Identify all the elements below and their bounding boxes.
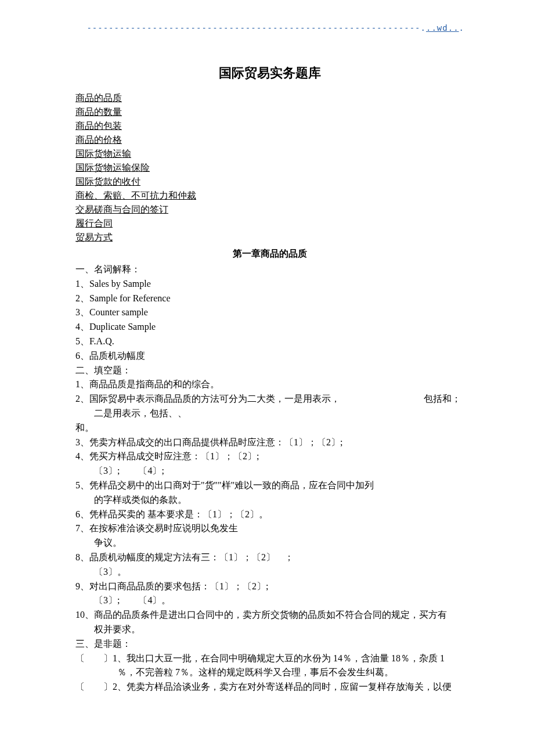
true-false-item: 〔 〕1、我出口大豆一批，在合同中明确规定大豆的水份为 14％，含油量 18％，… [75,651,464,666]
q2-part-b: 包括和； [424,394,461,404]
fill-blank-item: 4、凭买方样品成交时应注意：〔1〕；〔2〕; [75,449,464,464]
fill-blank-continuation: 争议。 [75,536,464,550]
toc-link[interactable]: 商品的包装 [75,119,122,133]
header-dots-end: . [459,23,464,33]
term-item: 3、Counter sample [75,305,464,320]
section-heading: 三、是非题： [75,637,464,651]
fill-blank-item: 5、凭样品交易中的出口商对于"货""样"难以一致的商品，应在合同中加列 [75,478,464,493]
fill-blank-item: 3、凭卖方样品成交的出口商品提供样品时应注意：〔1〕；〔2〕; [75,435,464,450]
toc-link[interactable]: 国际货款的收付 [75,175,140,189]
header-dashes: ----------------------------------------… [86,23,420,33]
toc-link[interactable]: 商检、索赔、不可抗力和仲裁 [75,189,196,203]
fill-blank-item: 1、商品品质是指商品的和的综合。 [75,377,464,392]
section-heading: 一、名词解释： [75,262,464,277]
document-title: 国际贸易实务题库 [75,64,464,82]
fill-blank-continuation: 〔3〕; 〔4〕; [75,464,464,478]
toc-link[interactable]: 国际货物运输保险 [75,161,150,175]
true-false-continuation: ％，不完善粒 7％。这样的规定既科学又合理，事后不会发生纠葛。 [75,665,464,680]
fill-blank-continuation: 和。 [75,421,464,435]
fill-blank-continuation: 〔3〕。 [75,565,464,579]
true-false-item: 〔 〕2、凭卖方样品洽谈业务，卖方在对外寄送样品的同时，应留一复样存放海关，以便 [75,680,464,694]
toc-link[interactable]: 交易磋商与合同的签订 [75,203,168,217]
term-item: 6、品质机动幅度 [75,349,464,363]
term-item: 2、Sample for Reference [75,291,464,306]
fill-blank-item: 10、商品的品质条件是进出口合同中的，卖方所交货物的品质如不符合合同的规定，买方… [75,608,464,622]
term-item: 1、Sales by Sample [75,277,464,291]
toc-link[interactable]: 商品的品质 [75,91,122,105]
document-body: 一、名词解释： 1、Sales by Sample 2、Sample for R… [75,262,464,694]
q2-part-a: 2、国际贸易中表示商品品质的方法可分为二大类，一是用表示， [75,394,340,404]
fill-blank-item: 2、国际贸易中表示商品品质的方法可分为二大类，一是用表示，包括和； [75,392,464,406]
table-of-contents: 商品的品质 商品的数量 商品的包装 商品的价格 国际货物运输 国际货物运输保险 … [75,91,464,244]
chapter-heading: 第一章商品的品质 [75,248,464,260]
page-header: ----------------------------------------… [75,23,464,33]
fill-blank-continuation: 权并要求。 [75,622,464,637]
term-item: 5、F.A.Q. [75,334,464,349]
fill-blank-continuation: 的字样或类似的条款。 [75,493,464,507]
toc-link[interactable]: 商品的价格 [75,133,122,147]
fill-blank-continuation: 二是用表示，包括、、 [75,406,464,421]
fill-blank-item: 8、品质机动幅度的规定方法有三：〔1〕；〔2〕 ； [75,550,464,565]
fill-blank-continuation: 〔3〕; 〔4〕。 [75,593,464,608]
toc-link[interactable]: 国际货物运输 [75,147,131,161]
toc-link[interactable]: 商品的数量 [75,105,122,119]
section-heading: 二、填空题： [75,363,464,378]
toc-link[interactable]: 履行合同 [75,217,113,231]
header-dots: . [421,23,426,33]
toc-link[interactable]: 贸易方式 [75,231,113,244]
fill-blank-item: 7、在按标准洽谈交易时应说明以免发生 [75,521,464,536]
fill-blank-item: 9、对出口商品品质的要求包括：〔1〕；〔2〕; [75,579,464,594]
term-item: 4、Duplicate Sample [75,320,464,334]
fill-blank-item: 6、凭样品买卖的 基本要求是：〔1〕；〔2〕。 [75,507,464,522]
header-wd: ..wd.. [426,23,459,33]
